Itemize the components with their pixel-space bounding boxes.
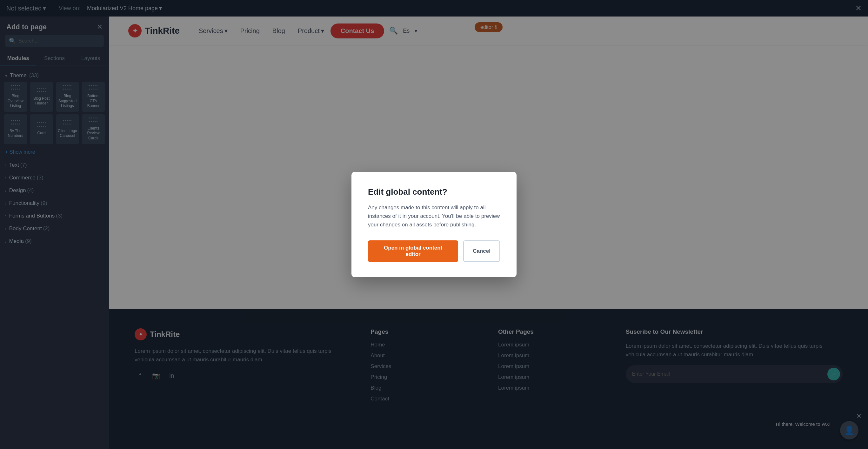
cancel-button[interactable]: Cancel [463,240,500,262]
dialog-title: Edit global content? [368,187,500,197]
dialog-actions: Open in global content editor Cancel [368,240,500,262]
dialog: Edit global content? Any changes made to… [351,172,517,277]
dialog-body: Any changes made to this content will ap… [368,203,500,229]
dialog-overlay: Edit global content? Any changes made to… [0,0,868,449]
confirm-button[interactable]: Open in global content editor [368,240,458,262]
